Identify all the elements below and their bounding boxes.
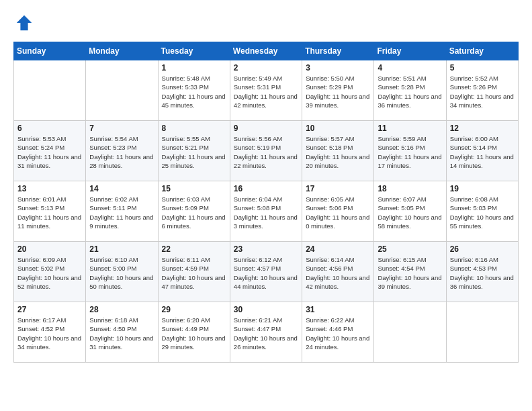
day-number: 26 (450, 244, 515, 254)
day-number: 3 (306, 63, 370, 73)
day-number: 6 (17, 124, 82, 133)
calendar-week-3: 13Sunrise: 6:01 AMSunset: 5:13 PMDayligh… (14, 181, 519, 242)
day-number: 20 (17, 244, 82, 254)
calendar-cell: 6Sunrise: 5:53 AMSunset: 5:24 PMDaylight… (14, 121, 86, 181)
calendar-cell: 4Sunrise: 5:51 AMSunset: 5:28 PMDaylight… (374, 60, 446, 121)
day-number: 7 (89, 124, 154, 133)
day-info: Sunrise: 6:05 AMSunset: 5:06 PMDaylight:… (306, 195, 370, 230)
calendar-cell: 29Sunrise: 6:20 AMSunset: 4:49 PMDayligh… (158, 302, 230, 363)
day-info: Sunrise: 6:20 AMSunset: 4:49 PMDaylight:… (162, 316, 226, 351)
day-info: Sunrise: 6:10 AMSunset: 5:00 PMDaylight:… (89, 255, 154, 291)
page-header (13, 13, 519, 35)
logo (13, 13, 36, 35)
day-info: Sunrise: 6:21 AMSunset: 4:47 PMDaylight:… (234, 316, 298, 351)
day-info: Sunrise: 6:15 AMSunset: 4:54 PMDaylight:… (378, 255, 442, 291)
day-info: Sunrise: 6:00 AMSunset: 5:14 PMDaylight:… (450, 134, 515, 170)
day-info: Sunrise: 6:17 AMSunset: 4:52 PMDaylight:… (17, 316, 82, 351)
day-info: Sunrise: 5:52 AMSunset: 5:26 PMDaylight:… (450, 74, 515, 109)
calendar-cell: 21Sunrise: 6:10 AMSunset: 5:00 PMDayligh… (86, 242, 158, 302)
weekday-header-sunday: Sunday (14, 42, 86, 60)
weekday-header-tuesday: Tuesday (158, 42, 230, 60)
calendar-week-4: 20Sunrise: 6:09 AMSunset: 5:02 PMDayligh… (14, 242, 519, 302)
weekday-header-thursday: Thursday (302, 42, 374, 60)
calendar-cell: 30Sunrise: 6:21 AMSunset: 4:47 PMDayligh… (230, 302, 302, 363)
day-number: 2 (234, 63, 298, 73)
calendar-cell (374, 302, 446, 363)
day-number: 30 (234, 305, 298, 314)
day-info: Sunrise: 6:14 AMSunset: 4:56 PMDaylight:… (306, 255, 370, 291)
day-number: 15 (162, 184, 226, 193)
calendar-cell: 27Sunrise: 6:17 AMSunset: 4:52 PMDayligh… (14, 302, 86, 363)
day-number: 22 (162, 244, 226, 254)
calendar-cell: 15Sunrise: 6:03 AMSunset: 5:09 PMDayligh… (158, 181, 230, 242)
calendar-cell: 11Sunrise: 5:59 AMSunset: 5:16 PMDayligh… (374, 121, 446, 181)
day-number: 27 (17, 305, 82, 314)
day-info: Sunrise: 5:55 AMSunset: 5:21 PMDaylight:… (162, 134, 226, 170)
day-info: Sunrise: 5:59 AMSunset: 5:16 PMDaylight:… (378, 134, 442, 170)
day-number: 13 (17, 184, 82, 193)
weekday-header-row: SundayMondayTuesdayWednesdayThursdayFrid… (14, 42, 519, 60)
calendar-cell: 22Sunrise: 6:11 AMSunset: 4:59 PMDayligh… (158, 242, 230, 302)
calendar-cell: 9Sunrise: 5:56 AMSunset: 5:19 PMDaylight… (230, 121, 302, 181)
day-info: Sunrise: 5:57 AMSunset: 5:18 PMDaylight:… (306, 134, 370, 170)
day-info: Sunrise: 5:56 AMSunset: 5:19 PMDaylight:… (234, 134, 298, 170)
day-number: 12 (450, 124, 515, 133)
day-number: 5 (450, 63, 515, 73)
calendar-body: 1Sunrise: 5:48 AMSunset: 5:33 PMDaylight… (14, 60, 519, 363)
day-info: Sunrise: 5:51 AMSunset: 5:28 PMDaylight:… (378, 74, 442, 109)
day-number: 25 (378, 244, 442, 254)
day-info: Sunrise: 6:22 AMSunset: 4:46 PMDaylight:… (306, 316, 370, 351)
calendar-cell: 14Sunrise: 6:02 AMSunset: 5:11 PMDayligh… (86, 181, 158, 242)
calendar-cell: 17Sunrise: 6:05 AMSunset: 5:06 PMDayligh… (302, 181, 374, 242)
calendar-cell: 28Sunrise: 6:18 AMSunset: 4:50 PMDayligh… (86, 302, 158, 363)
day-number: 9 (234, 124, 298, 133)
day-info: Sunrise: 6:08 AMSunset: 5:03 PMDaylight:… (450, 195, 515, 230)
calendar-cell: 1Sunrise: 5:48 AMSunset: 5:33 PMDaylight… (158, 60, 230, 121)
day-info: Sunrise: 6:12 AMSunset: 4:57 PMDaylight:… (234, 255, 298, 291)
weekday-header-monday: Monday (86, 42, 158, 60)
day-number: 10 (306, 124, 370, 133)
calendar-cell: 20Sunrise: 6:09 AMSunset: 5:02 PMDayligh… (14, 242, 86, 302)
calendar-cell: 2Sunrise: 5:49 AMSunset: 5:31 PMDaylight… (230, 60, 302, 121)
calendar-week-1: 1Sunrise: 5:48 AMSunset: 5:33 PMDaylight… (14, 60, 519, 121)
day-number: 18 (378, 184, 442, 193)
day-info: Sunrise: 6:01 AMSunset: 5:13 PMDaylight:… (17, 195, 82, 230)
calendar-cell (446, 302, 518, 363)
calendar-cell (14, 60, 86, 121)
weekday-header-saturday: Saturday (446, 42, 518, 60)
day-info: Sunrise: 6:09 AMSunset: 5:02 PMDaylight:… (17, 255, 82, 291)
day-number: 11 (378, 124, 442, 133)
day-info: Sunrise: 6:03 AMSunset: 5:09 PMDaylight:… (162, 195, 226, 230)
calendar-week-2: 6Sunrise: 5:53 AMSunset: 5:24 PMDaylight… (14, 121, 519, 181)
day-number: 23 (234, 244, 298, 254)
day-number: 8 (162, 124, 226, 133)
weekday-header-wednesday: Wednesday (230, 42, 302, 60)
calendar-cell: 26Sunrise: 6:16 AMSunset: 4:53 PMDayligh… (446, 242, 518, 302)
day-info: Sunrise: 5:49 AMSunset: 5:31 PMDaylight:… (234, 74, 298, 109)
day-info: Sunrise: 6:07 AMSunset: 5:05 PMDaylight:… (378, 195, 442, 230)
day-info: Sunrise: 5:50 AMSunset: 5:29 PMDaylight:… (306, 74, 370, 109)
calendar-cell: 3Sunrise: 5:50 AMSunset: 5:29 PMDaylight… (302, 60, 374, 121)
day-number: 31 (306, 305, 370, 314)
day-info: Sunrise: 5:48 AMSunset: 5:33 PMDaylight:… (162, 74, 226, 109)
day-info: Sunrise: 6:04 AMSunset: 5:08 PMDaylight:… (234, 195, 298, 230)
day-number: 24 (306, 244, 370, 254)
calendar-cell: 25Sunrise: 6:15 AMSunset: 4:54 PMDayligh… (374, 242, 446, 302)
calendar-cell: 23Sunrise: 6:12 AMSunset: 4:57 PMDayligh… (230, 242, 302, 302)
day-number: 19 (450, 184, 515, 193)
day-info: Sunrise: 6:18 AMSunset: 4:50 PMDaylight:… (89, 316, 154, 351)
day-info: Sunrise: 6:11 AMSunset: 4:59 PMDaylight:… (162, 255, 226, 291)
day-info: Sunrise: 6:16 AMSunset: 4:53 PMDaylight:… (450, 255, 515, 291)
calendar-cell: 19Sunrise: 6:08 AMSunset: 5:03 PMDayligh… (446, 181, 518, 242)
logo-icon (15, 13, 34, 32)
calendar-cell: 31Sunrise: 6:22 AMSunset: 4:46 PMDayligh… (302, 302, 374, 363)
calendar-cell: 7Sunrise: 5:54 AMSunset: 5:23 PMDaylight… (86, 121, 158, 181)
day-number: 16 (234, 184, 298, 193)
day-number: 4 (378, 63, 442, 73)
calendar-table: SundayMondayTuesdayWednesdayThursdayFrid… (13, 42, 519, 363)
day-number: 28 (89, 305, 154, 314)
day-info: Sunrise: 6:02 AMSunset: 5:11 PMDaylight:… (89, 195, 154, 230)
calendar-cell: 24Sunrise: 6:14 AMSunset: 4:56 PMDayligh… (302, 242, 374, 302)
calendar-cell: 8Sunrise: 5:55 AMSunset: 5:21 PMDaylight… (158, 121, 230, 181)
calendar-cell: 18Sunrise: 6:07 AMSunset: 5:05 PMDayligh… (374, 181, 446, 242)
